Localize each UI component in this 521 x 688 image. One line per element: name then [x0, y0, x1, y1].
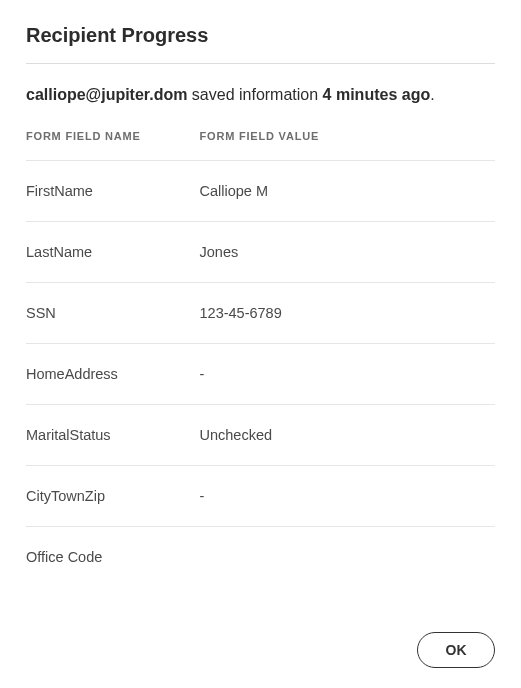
field-name: FirstName — [26, 161, 200, 222]
table-row: Office Code — [26, 527, 495, 588]
field-value: Jones — [200, 222, 495, 283]
status-suffix: . — [430, 86, 434, 103]
status-email: calliope@jupiter.dom — [26, 86, 187, 103]
field-name: HomeAddress — [26, 344, 200, 405]
header-field-value: FORM FIELD VALUE — [200, 130, 495, 161]
field-value: - — [200, 466, 495, 527]
field-table-body: FirstName Calliope M LastName Jones SSN … — [26, 161, 495, 588]
field-name: MaritalStatus — [26, 405, 200, 466]
field-value — [200, 527, 495, 588]
table-row: FirstName Calliope M — [26, 161, 495, 222]
status-time: 4 minutes ago — [323, 86, 431, 103]
field-value: - — [200, 344, 495, 405]
scroll-area[interactable]: calliope@jupiter.dom saved information 4… — [26, 86, 505, 612]
field-name: LastName — [26, 222, 200, 283]
recipient-progress-dialog: Recipient Progress calliope@jupiter.dom … — [0, 0, 521, 688]
dialog-title: Recipient Progress — [26, 24, 495, 64]
field-name: SSN — [26, 283, 200, 344]
field-table: FORM FIELD NAME FORM FIELD VALUE FirstNa… — [26, 130, 495, 587]
field-value: Calliope M — [200, 161, 495, 222]
field-name: CityTownZip — [26, 466, 200, 527]
ok-button[interactable]: OK — [417, 632, 495, 668]
dialog-footer: OK — [26, 612, 495, 668]
table-row: MaritalStatus Unchecked — [26, 405, 495, 466]
table-row: HomeAddress - — [26, 344, 495, 405]
table-row: LastName Jones — [26, 222, 495, 283]
header-field-name: FORM FIELD NAME — [26, 130, 200, 161]
table-row: CityTownZip - — [26, 466, 495, 527]
field-value: Unchecked — [200, 405, 495, 466]
status-middle: saved information — [187, 86, 322, 103]
status-line: calliope@jupiter.dom saved information 4… — [26, 86, 495, 104]
table-row: SSN 123-45-6789 — [26, 283, 495, 344]
field-name: Office Code — [26, 527, 200, 588]
field-value: 123-45-6789 — [200, 283, 495, 344]
